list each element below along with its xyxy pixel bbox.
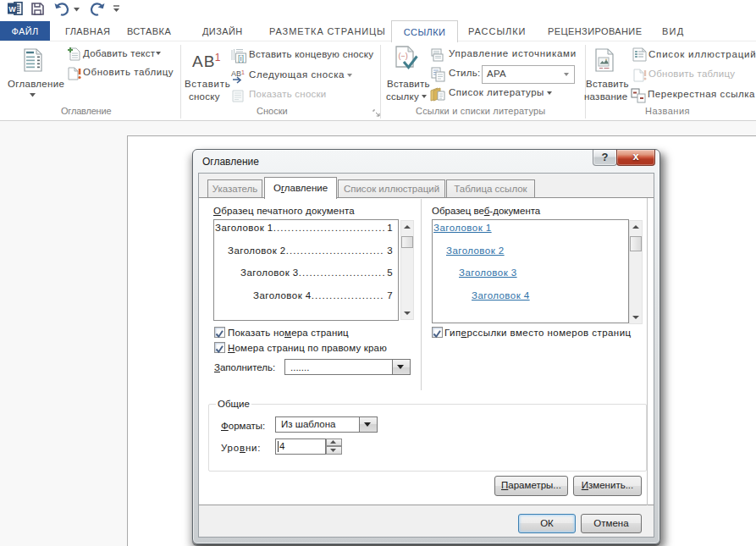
svg-text:W: W bbox=[8, 5, 16, 14]
svg-text:1: 1 bbox=[241, 69, 245, 75]
svg-text:[i]: [i] bbox=[238, 54, 244, 63]
svg-text:АВ: АВ bbox=[231, 69, 241, 78]
svg-text:(−): (−) bbox=[398, 52, 407, 60]
